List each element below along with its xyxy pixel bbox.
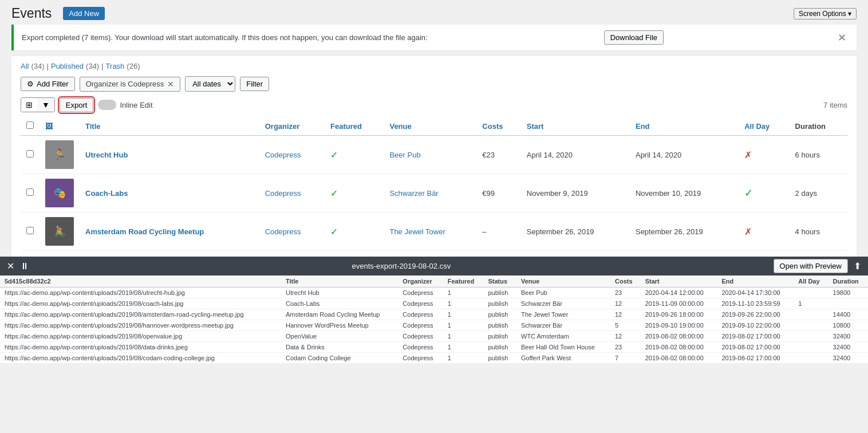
csv-cell: 19800 (828, 288, 868, 298)
trash-link[interactable]: Trash (106, 62, 125, 70)
toolbar: ⊞ ▼ Export Inline Edit 7 items (21, 97, 847, 112)
featured-checkmark: ✓ (330, 150, 338, 160)
filter-tag-text: Organizer is Codepress (86, 80, 164, 88)
duration-header: Duration (790, 117, 847, 136)
title-cell: Amsterdam Road Cycling Meetup (80, 212, 259, 251)
allday-cross: ✗ (744, 150, 752, 160)
csv-cell: Schwarzer Bär (516, 298, 610, 309)
csv-cell: 1 (443, 298, 484, 309)
start-cell: April 14, 2020 (521, 136, 630, 174)
screen-options-button[interactable]: Screen Options ▾ (794, 8, 857, 19)
csv-column-header: Costs (610, 275, 641, 288)
row-checkbox[interactable] (26, 150, 34, 158)
allday-cross: ✗ (744, 227, 752, 237)
event-title-link[interactable]: Coach-Labs (85, 189, 128, 198)
csv-column-header: Title (281, 275, 398, 288)
row-checkbox[interactable] (26, 188, 34, 196)
costs-cell: €23 (476, 136, 520, 174)
organizer-header[interactable]: Organizer (259, 117, 325, 136)
organizer-link[interactable]: Codepress (265, 189, 301, 198)
end-header[interactable]: End (630, 117, 739, 136)
duration-cell: 6 hours (790, 136, 847, 174)
csv-cell: 12 (610, 331, 641, 342)
featured-checkmark: ✓ (330, 227, 338, 237)
row-checkbox-cell (21, 212, 40, 251)
csv-cell: Codepress (398, 309, 443, 320)
notice-close-button[interactable]: ✕ (835, 32, 849, 44)
featured-cell: ✓ (325, 174, 384, 212)
csv-cell: Codam Coding College (281, 353, 398, 364)
csv-cell: 7 (610, 353, 641, 364)
csv-cell: 2019-08-02 08:00:00 (641, 331, 717, 342)
events-table: 🖼 Title Organizer Featured Venue Costs S… (21, 117, 847, 251)
export-button[interactable]: Export (60, 98, 94, 112)
csv-cell: Coach-Labs (281, 298, 398, 309)
add-new-button[interactable]: Add New (63, 7, 105, 20)
duration-value: 4 hours (795, 227, 820, 236)
end-date: November 10, 2019 (636, 189, 701, 198)
csv-cell: Codepress (398, 288, 443, 298)
published-count: (34) (86, 62, 99, 70)
all-link[interactable]: All (21, 62, 29, 70)
csv-cell: Utrecht Hub (281, 288, 398, 298)
csv-row: https://ac-demo.app/wp-content/uploads/2… (0, 320, 868, 331)
list-view-button[interactable]: ▼ (37, 98, 54, 112)
csv-cell (828, 298, 868, 309)
organizer-link[interactable]: Codepress (265, 151, 301, 159)
dates-select[interactable]: All dates (185, 76, 235, 92)
inline-edit-switch[interactable] (98, 100, 116, 110)
csv-cell: Codepress (398, 331, 443, 342)
csv-cell: 14400 (828, 309, 868, 320)
title-header[interactable]: Title (80, 117, 259, 136)
end-cell: September 26, 2019 (630, 212, 739, 251)
grid-view-button[interactable]: ⊞ (21, 98, 37, 112)
filter-button[interactable]: Filter (240, 77, 269, 91)
csv-row: https://ac-demo.app/wp-content/uploads/2… (0, 342, 868, 353)
organizer-link[interactable]: Codepress (265, 227, 301, 236)
venue-cell: Schwarzer Bär (384, 174, 476, 212)
venue-link[interactable]: Beer Pub (389, 151, 420, 159)
csv-column-header: Status (483, 275, 516, 288)
csv-row: https://ac-demo.app/wp-content/uploads/2… (0, 288, 868, 298)
csv-pause-button[interactable]: ⏸ (20, 261, 29, 271)
remove-filter-button[interactable]: ✕ (167, 80, 174, 89)
csv-cell: Goffert Park West (516, 353, 610, 364)
csv-column-header: Organizer (398, 275, 443, 288)
cost-value: €99 (482, 189, 495, 198)
featured-header[interactable]: Featured (325, 117, 384, 136)
published-link[interactable]: Published (51, 62, 84, 70)
cost-value: – (482, 227, 486, 236)
start-header[interactable]: Start (521, 117, 630, 136)
csv-cell (794, 353, 828, 364)
allday-header[interactable]: All Day (739, 117, 789, 136)
event-title-link[interactable]: Utrecht Hub (85, 151, 128, 159)
share-button[interactable]: ⬆ (854, 261, 861, 271)
thumb-header: 🖼 (40, 117, 80, 136)
csv-cell: Hannover WordPress Meetup (281, 320, 398, 331)
csv-cell: 32400 (828, 353, 868, 364)
csv-cell: 2020-04-14 17:30:00 (717, 288, 794, 298)
event-thumbnail: 🚴 (45, 217, 74, 246)
csv-cell: The Jewel Tower (516, 309, 610, 320)
allday-cell: ✗ (739, 212, 789, 251)
csv-close-button[interactable]: ✕ (7, 261, 14, 271)
add-filter-label: Add Filter (37, 80, 69, 88)
venue-header[interactable]: Venue (384, 117, 476, 136)
csv-cell: publish (483, 298, 516, 309)
costs-header[interactable]: Costs (476, 117, 520, 136)
costs-cell: €99 (476, 174, 520, 212)
csv-cell: 2019-08-02 17:00:00 (717, 353, 794, 364)
csv-cell: 1 (443, 320, 484, 331)
venue-link[interactable]: The Jewel Tower (389, 227, 445, 236)
add-filter-button[interactable]: ⚙ Add Filter (21, 77, 75, 91)
row-checkbox[interactable] (26, 227, 34, 234)
event-title-link[interactable]: Amsterdam Road Cycling Meetup (85, 227, 204, 236)
open-preview-button[interactable]: Open with Preview (774, 259, 848, 273)
download-file-button[interactable]: Download File (604, 30, 664, 45)
table-header-row: 🖼 Title Organizer Featured Venue Costs S… (21, 117, 847, 136)
venue-link[interactable]: Schwarzer Bär (389, 189, 438, 198)
csv-cell: 2019-09-26 22:00:00 (717, 309, 794, 320)
event-thumbnail: 🏃 (45, 140, 74, 169)
select-all-checkbox[interactable] (26, 121, 34, 129)
table-row: 🎭 Coach-Labs Codepress ✓ Schwarzer Bär €… (21, 174, 847, 212)
